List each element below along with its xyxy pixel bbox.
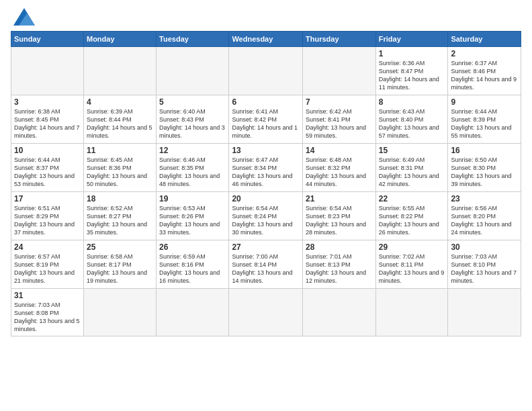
page: Sunday Monday Tuesday Wednesday Thursday…: [0, 0, 532, 411]
day-number: 28: [306, 242, 373, 252]
day-number: 2: [451, 49, 518, 58]
logo-icon: [13, 8, 35, 26]
day-info: Sunrise: 6:41 AM Sunset: 8:42 PM Dayligh…: [232, 107, 300, 140]
day-info: Sunrise: 7:01 AM Sunset: 8:13 PM Dayligh…: [306, 253, 373, 285]
day-number: 21: [306, 194, 373, 203]
day-number: 29: [379, 242, 445, 252]
calendar-cell: [303, 289, 376, 336]
day-info: Sunrise: 6:56 AM Sunset: 8:20 PM Dayligh…: [451, 204, 518, 237]
calendar-cell: 8Sunrise: 6:43 AM Sunset: 8:40 PM Daylig…: [375, 95, 448, 144]
col-thursday: Thursday: [303, 32, 376, 47]
calendar-cell: [11, 47, 84, 95]
day-number: 11: [87, 146, 153, 155]
day-number: 9: [451, 97, 518, 107]
calendar-cell: 25Sunrise: 6:58 AM Sunset: 8:17 PM Dayli…: [83, 240, 156, 289]
day-number: 5: [159, 97, 226, 107]
calendar-cell: [83, 289, 156, 336]
day-number: 24: [14, 242, 81, 252]
day-info: Sunrise: 6:58 AM Sunset: 8:17 PM Dayligh…: [87, 253, 153, 285]
col-friday: Friday: [375, 32, 448, 47]
day-number: 25: [87, 242, 153, 252]
day-info: Sunrise: 6:55 AM Sunset: 8:22 PM Dayligh…: [379, 204, 445, 237]
calendar-cell: [83, 47, 156, 95]
day-number: 14: [306, 146, 373, 155]
day-info: Sunrise: 6:46 AM Sunset: 8:35 PM Dayligh…: [159, 156, 226, 189]
calendar-cell: [157, 47, 229, 95]
calendar-cell: 28Sunrise: 7:01 AM Sunset: 8:13 PM Dayli…: [303, 240, 376, 289]
day-number: 31: [14, 291, 81, 300]
col-saturday: Saturday: [448, 32, 521, 47]
calendar-cell: 11Sunrise: 6:45 AM Sunset: 8:36 PM Dayli…: [83, 144, 156, 192]
day-info: Sunrise: 7:03 AM Sunset: 8:10 PM Dayligh…: [451, 253, 518, 285]
calendar-week-row: 1Sunrise: 6:36 AM Sunset: 8:47 PM Daylig…: [11, 47, 521, 95]
col-wednesday: Wednesday: [229, 32, 303, 47]
day-number: 26: [159, 242, 226, 252]
calendar-cell: 12Sunrise: 6:46 AM Sunset: 8:35 PM Dayli…: [157, 144, 229, 192]
day-info: Sunrise: 6:43 AM Sunset: 8:40 PM Dayligh…: [379, 107, 445, 140]
day-number: 3: [14, 97, 81, 107]
day-info: Sunrise: 6:54 AM Sunset: 8:23 PM Dayligh…: [306, 204, 373, 237]
calendar-cell: 3Sunrise: 6:38 AM Sunset: 8:45 PM Daylig…: [11, 95, 84, 144]
calendar-cell: 31Sunrise: 7:03 AM Sunset: 8:08 PM Dayli…: [11, 289, 84, 336]
day-info: Sunrise: 6:50 AM Sunset: 8:30 PM Dayligh…: [451, 156, 518, 189]
calendar-header-row: Sunday Monday Tuesday Wednesday Thursday…: [11, 32, 521, 47]
calendar-week-row: 24Sunrise: 6:57 AM Sunset: 8:19 PM Dayli…: [11, 240, 521, 289]
day-number: 15: [379, 146, 445, 155]
day-number: 30: [451, 242, 518, 252]
calendar-cell: [303, 47, 376, 95]
day-info: Sunrise: 6:45 AM Sunset: 8:36 PM Dayligh…: [87, 156, 153, 189]
calendar-cell: 17Sunrise: 6:51 AM Sunset: 8:29 PM Dayli…: [11, 192, 84, 240]
calendar-table: Sunday Monday Tuesday Wednesday Thursday…: [11, 31, 521, 336]
day-info: Sunrise: 6:53 AM Sunset: 8:26 PM Dayligh…: [159, 204, 226, 237]
calendar-cell: 27Sunrise: 7:00 AM Sunset: 8:14 PM Dayli…: [229, 240, 303, 289]
logo: [11, 8, 35, 26]
day-info: Sunrise: 6:36 AM Sunset: 8:47 PM Dayligh…: [379, 59, 445, 92]
day-info: Sunrise: 6:47 AM Sunset: 8:34 PM Dayligh…: [232, 156, 300, 189]
header: [11, 8, 521, 26]
calendar-cell: [375, 289, 448, 336]
calendar-cell: 19Sunrise: 6:53 AM Sunset: 8:26 PM Dayli…: [157, 192, 229, 240]
day-info: Sunrise: 6:59 AM Sunset: 8:16 PM Dayligh…: [159, 253, 226, 285]
calendar-cell: 15Sunrise: 6:49 AM Sunset: 8:31 PM Dayli…: [375, 144, 448, 192]
day-info: Sunrise: 6:54 AM Sunset: 8:24 PM Dayligh…: [232, 204, 300, 237]
calendar-cell: 24Sunrise: 6:57 AM Sunset: 8:19 PM Dayli…: [11, 240, 84, 289]
day-number: 1: [379, 49, 445, 58]
day-number: 22: [379, 194, 445, 203]
day-number: 7: [306, 97, 373, 107]
day-number: 6: [232, 97, 300, 107]
calendar-cell: 23Sunrise: 6:56 AM Sunset: 8:20 PM Dayli…: [448, 192, 521, 240]
day-info: Sunrise: 6:49 AM Sunset: 8:31 PM Dayligh…: [379, 156, 445, 189]
day-info: Sunrise: 6:52 AM Sunset: 8:27 PM Dayligh…: [87, 204, 153, 237]
calendar-week-row: 17Sunrise: 6:51 AM Sunset: 8:29 PM Dayli…: [11, 192, 521, 240]
day-number: 4: [87, 97, 153, 107]
day-info: Sunrise: 7:02 AM Sunset: 8:11 PM Dayligh…: [379, 253, 445, 285]
calendar-cell: 5Sunrise: 6:40 AM Sunset: 8:43 PM Daylig…: [157, 95, 229, 144]
col-sunday: Sunday: [11, 32, 84, 47]
calendar-week-row: 10Sunrise: 6:44 AM Sunset: 8:37 PM Dayli…: [11, 144, 521, 192]
day-info: Sunrise: 6:44 AM Sunset: 8:37 PM Dayligh…: [14, 156, 81, 189]
calendar-cell: 6Sunrise: 6:41 AM Sunset: 8:42 PM Daylig…: [229, 95, 303, 144]
day-number: 20: [232, 194, 300, 203]
day-info: Sunrise: 6:38 AM Sunset: 8:45 PM Dayligh…: [14, 107, 81, 140]
col-tuesday: Tuesday: [157, 32, 229, 47]
day-number: 19: [159, 194, 226, 203]
day-number: 18: [87, 194, 153, 203]
day-number: 16: [451, 146, 518, 155]
day-number: 13: [232, 146, 300, 155]
calendar-cell: 18Sunrise: 6:52 AM Sunset: 8:27 PM Dayli…: [83, 192, 156, 240]
calendar-cell: 14Sunrise: 6:48 AM Sunset: 8:32 PM Dayli…: [303, 144, 376, 192]
calendar-cell: 20Sunrise: 6:54 AM Sunset: 8:24 PM Dayli…: [229, 192, 303, 240]
day-info: Sunrise: 6:37 AM Sunset: 8:46 PM Dayligh…: [451, 59, 518, 92]
day-info: Sunrise: 6:57 AM Sunset: 8:19 PM Dayligh…: [14, 253, 81, 285]
calendar-cell: 1Sunrise: 6:36 AM Sunset: 8:47 PM Daylig…: [375, 47, 448, 95]
calendar-cell: 26Sunrise: 6:59 AM Sunset: 8:16 PM Dayli…: [157, 240, 229, 289]
calendar-week-row: 31Sunrise: 7:03 AM Sunset: 8:08 PM Dayli…: [11, 289, 521, 336]
day-info: Sunrise: 6:42 AM Sunset: 8:41 PM Dayligh…: [306, 107, 373, 140]
calendar-cell: 2Sunrise: 6:37 AM Sunset: 8:46 PM Daylig…: [448, 47, 521, 95]
calendar-cell: 22Sunrise: 6:55 AM Sunset: 8:22 PM Dayli…: [375, 192, 448, 240]
calendar-week-row: 3Sunrise: 6:38 AM Sunset: 8:45 PM Daylig…: [11, 95, 521, 144]
calendar-cell: 21Sunrise: 6:54 AM Sunset: 8:23 PM Dayli…: [303, 192, 376, 240]
day-info: Sunrise: 6:40 AM Sunset: 8:43 PM Dayligh…: [159, 107, 226, 140]
day-info: Sunrise: 6:48 AM Sunset: 8:32 PM Dayligh…: [306, 156, 373, 189]
day-number: 12: [159, 146, 226, 155]
